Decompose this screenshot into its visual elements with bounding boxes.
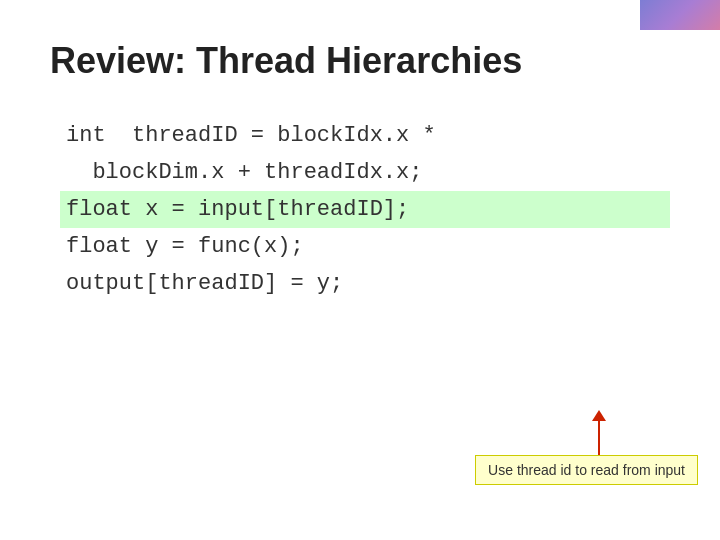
code-line-3-highlighted: float x = input[threadID];: [60, 191, 670, 228]
code-line-1: int threadID = blockIdx.x *: [60, 117, 670, 154]
corner-decoration: [640, 0, 720, 30]
annotation-text: Use thread id to read from input: [488, 462, 685, 478]
annotation-label-container: Use thread id to read from input: [475, 455, 698, 485]
code-line-4: float y = func(x);: [60, 228, 670, 265]
arrow-tip: [592, 410, 606, 421]
code-line-2: blockDim.x + threadIdx.x;: [60, 154, 670, 191]
slide-title: Review: Thread Hierarchies: [50, 40, 670, 82]
code-block: int threadID = blockIdx.x * blockDim.x +…: [60, 117, 670, 302]
code-line-5: output[threadID] = y;: [60, 265, 670, 302]
slide-container: Review: Thread Hierarchies int threadID …: [0, 0, 720, 540]
annotation-box: Use thread id to read from input: [475, 455, 698, 485]
